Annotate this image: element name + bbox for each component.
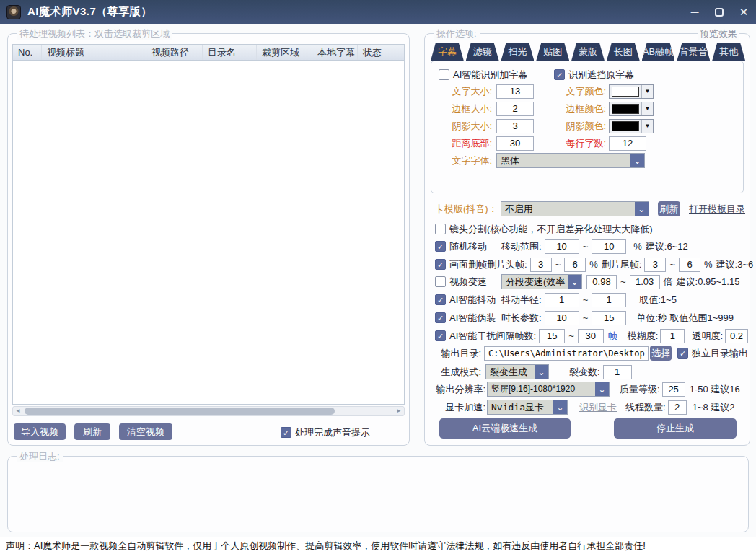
tab-other[interactable]: 其他: [712, 43, 745, 61]
detect-gpu-link[interactable]: 识别显卡: [579, 401, 617, 414]
disguise-checkbox[interactable]: ✓: [435, 312, 446, 323]
tab-longimage[interactable]: 长图: [607, 43, 640, 61]
font-value: 黑体: [497, 154, 630, 167]
text-color-dropdown[interactable]: ▼: [609, 84, 654, 99]
interfere-checkbox[interactable]: ✓: [435, 330, 446, 341]
move-range-label: 移动范围:: [501, 240, 542, 253]
template-dropdown[interactable]: 不启用 ⌄: [501, 201, 649, 216]
import-video-button[interactable]: 导入视频: [14, 423, 66, 440]
border-size-input[interactable]: 2: [496, 102, 534, 116]
head-frames-min-input[interactable]: 3: [530, 258, 552, 272]
duration-max-input[interactable]: 15: [592, 311, 626, 325]
close-button[interactable]: ✕: [731, 0, 756, 24]
clear-video-button[interactable]: 清空视频: [119, 423, 172, 440]
column-status[interactable]: 状态: [358, 45, 404, 60]
tab-sweep[interactable]: 扫光: [501, 43, 535, 61]
gpu-dropdown[interactable]: Nvidia显卡 ⌄: [487, 400, 568, 415]
horizontal-scrollbar[interactable]: ◄ ►: [12, 406, 405, 416]
frame-delete-checkbox[interactable]: ✓: [435, 259, 446, 270]
resolution-value: 竖屏[9:16]-1080*1920: [488, 382, 595, 396]
speed-mode-arrow-icon[interactable]: ⌄: [568, 275, 581, 289]
preview-effect-link[interactable]: 预览效果: [698, 27, 739, 40]
duration-min-input[interactable]: 10: [545, 311, 579, 325]
cloud-generate-button[interactable]: AI云端极速生成: [439, 418, 571, 439]
interval-label: 间隔帧数:: [496, 330, 537, 343]
template-dropdown-arrow-icon[interactable]: ⌄: [635, 202, 649, 216]
border-color-dropdown[interactable]: ▼: [609, 102, 654, 116]
opacity-input[interactable]: 0.2: [725, 329, 748, 343]
choose-dir-button[interactable]: 选择: [650, 346, 672, 361]
resolution-arrow-icon[interactable]: ⌄: [595, 382, 609, 396]
shake-checkbox[interactable]: ✓: [435, 294, 446, 305]
column-title[interactable]: 视频标题: [42, 45, 146, 60]
tab-sticker[interactable]: 贴图: [536, 43, 569, 61]
move-range-max-input[interactable]: 10: [592, 239, 626, 254]
speed-mode-dropdown[interactable]: 分段变速(效率 ⌄: [501, 274, 582, 289]
speed-min-input[interactable]: 0.98: [586, 275, 617, 289]
tail-frames-max-input[interactable]: 6: [679, 258, 700, 272]
interval-min-input[interactable]: 15: [539, 329, 565, 343]
shadow-size-input[interactable]: 3: [496, 119, 534, 133]
head-frames-max-input[interactable]: 6: [564, 258, 586, 272]
scroll-left-icon[interactable]: ◄: [13, 407, 23, 416]
maximize-button[interactable]: [707, 0, 731, 24]
random-move-checkbox[interactable]: ✓: [435, 241, 446, 252]
speed-checkbox[interactable]: [435, 276, 446, 287]
column-crop[interactable]: 裁剪区域: [257, 45, 312, 60]
column-no[interactable]: No.: [13, 45, 42, 60]
shadow-color-arrow-icon[interactable]: ▼: [641, 120, 653, 133]
font-dropdown[interactable]: 黑体 ⌄: [496, 153, 645, 168]
tab-bgm[interactable]: 背景音: [677, 43, 710, 61]
tab-mask[interactable]: 蒙版: [571, 43, 605, 61]
gen-mode-dropdown[interactable]: 裂变生成 ⌄: [485, 364, 549, 379]
text-color-arrow-icon[interactable]: ▼: [641, 85, 653, 98]
text-size-input[interactable]: 13: [496, 84, 534, 99]
lens-split-checkbox[interactable]: [435, 224, 446, 234]
shake-min-input[interactable]: 1: [545, 293, 579, 307]
tab-abframe[interactable]: AB融帧: [642, 43, 675, 61]
gpu-arrow-icon[interactable]: ⌄: [553, 400, 567, 414]
video-table-body[interactable]: [13, 61, 404, 404]
independent-dir-checkbox[interactable]: ✓: [677, 348, 688, 359]
shake-max-input[interactable]: 1: [592, 293, 626, 307]
shadow-color-dropdown[interactable]: ▼: [609, 119, 654, 133]
output-dir-input[interactable]: C:\Users\Administrator\Desktop: [484, 346, 649, 361]
interfere-label: AI智能干扰: [449, 330, 496, 343]
disguise-label: AI智能伪装: [449, 312, 501, 325]
video-table: No. 视频标题 视频路径 目录名 裁剪区域 本地字幕 状态: [12, 44, 405, 405]
tail-frames-min-input[interactable]: 3: [644, 258, 666, 272]
scroll-right-icon[interactable]: ►: [394, 407, 404, 416]
minimize-button[interactable]: ─: [682, 0, 707, 24]
column-path[interactable]: 视频路径: [146, 45, 203, 60]
cover-subtitle-checkbox[interactable]: ✓: [554, 69, 565, 80]
stop-generate-button[interactable]: 停止生成: [614, 418, 737, 439]
resolution-dropdown[interactable]: 竖屏[9:16]-1080*1920 ⌄: [487, 382, 610, 397]
open-template-dir-link[interactable]: 打开模板目录: [689, 203, 745, 216]
column-subtitle[interactable]: 本地字幕: [312, 45, 358, 60]
log-output-area[interactable]: [11, 462, 745, 529]
chars-per-line-input[interactable]: 12: [609, 136, 646, 151]
threads-input[interactable]: 2: [668, 400, 687, 415]
cover-subtitle-option: ✓ 识别遮挡原字幕: [554, 67, 634, 82]
speed-max-input[interactable]: 1.03: [630, 275, 660, 289]
template-refresh-button[interactable]: 刷新: [658, 201, 680, 216]
quality-input[interactable]: 25: [662, 382, 685, 397]
border-color-arrow-icon[interactable]: ▼: [641, 102, 653, 115]
scrollbar-thumb[interactable]: [25, 408, 335, 415]
column-dir[interactable]: 目录名: [203, 45, 257, 60]
blur-input[interactable]: 1: [660, 329, 685, 343]
ai-subtitle-checkbox[interactable]: [439, 69, 449, 80]
tab-subtitle[interactable]: 字幕: [431, 43, 464, 61]
sound-alert-checkbox[interactable]: ✓: [281, 427, 291, 438]
move-range-min-input[interactable]: 10: [545, 239, 579, 254]
window-controls: ─ ✕: [682, 0, 756, 24]
threads-hint: 1~8 建议2: [693, 401, 735, 414]
gen-mode-arrow-icon[interactable]: ⌄: [535, 365, 548, 379]
fission-count-input[interactable]: 1: [603, 365, 632, 379]
tilde: ~: [583, 312, 589, 323]
font-dropdown-arrow-icon[interactable]: ⌄: [630, 154, 644, 167]
refresh-list-button[interactable]: 刷新: [74, 423, 110, 440]
interval-max-input[interactable]: 30: [578, 329, 604, 343]
bottom-distance-input[interactable]: 30: [496, 136, 534, 151]
tab-filter[interactable]: 滤镜: [466, 43, 499, 61]
